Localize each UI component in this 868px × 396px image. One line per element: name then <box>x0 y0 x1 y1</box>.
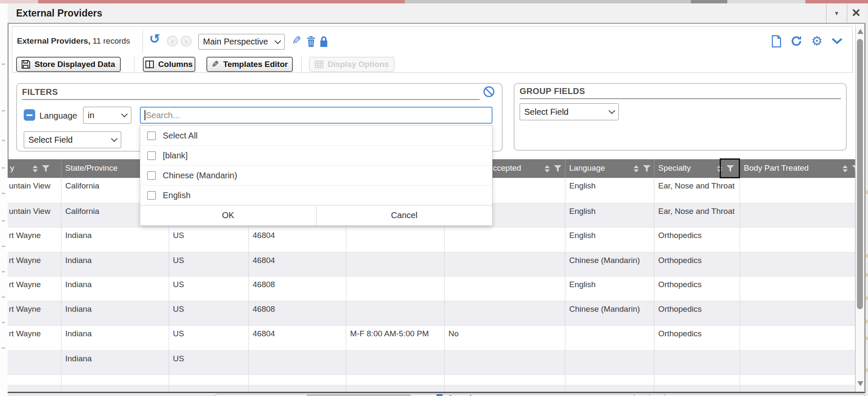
sort-icon[interactable] <box>634 165 639 172</box>
table-cell: English <box>565 203 654 227</box>
filters-title: FILTERS <box>22 87 58 97</box>
column-header[interactable]: Body Part Treated <box>740 159 855 178</box>
table-cell: Chinese (Mandarin) <box>565 252 654 277</box>
dropdown-option-label: Chinese (Mandarin) <box>163 171 237 180</box>
table-cell <box>346 375 445 385</box>
table-cell <box>8 375 61 385</box>
header-icons <box>843 159 855 178</box>
group-fields-title: GROUP FIELDS <box>520 86 585 96</box>
scroll-down-icon[interactable] <box>857 381 863 386</box>
group-field-select[interactable]: Select Field <box>520 103 619 120</box>
dropdown-option[interactable]: English <box>140 186 492 205</box>
language-filter-checkbox[interactable] <box>24 109 35 121</box>
store-displayed-data-button[interactable]: Store Displayed Data <box>16 57 121 72</box>
checkbox-icon[interactable] <box>147 151 156 160</box>
filter-operator-select[interactable]: in <box>83 107 131 124</box>
table-cell <box>654 375 740 385</box>
column-header-label: y <box>10 163 14 173</box>
perspective-select[interactable]: Main Perspective <box>198 34 285 50</box>
background-strip <box>38 0 405 3</box>
table-cell: Orthopedics <box>654 277 740 301</box>
toolbar-right-icons: ⚙ <box>771 35 843 47</box>
table-row[interactable]: rt WayneIndianaUS46808Chinese (Mandarin)… <box>8 301 855 326</box>
table-cell <box>565 326 654 351</box>
refresh-icon[interactable] <box>790 35 802 47</box>
chevron-down-icon[interactable] <box>832 38 843 44</box>
filter-funnel-icon[interactable] <box>851 165 855 172</box>
scroll-up-icon[interactable] <box>857 29 863 34</box>
table-cell: US <box>169 301 249 326</box>
background-text-fragment <box>2 296 5 298</box>
background-strip <box>691 0 727 3</box>
table-cell: 46808 <box>249 277 346 301</box>
button-separator <box>301 57 302 72</box>
column-header-label: Language <box>569 163 605 173</box>
edit-perspective-icon[interactable]: ✎ <box>292 34 301 47</box>
table-row[interactable]: rt WayneIndianaUS46808EnglishOrthopedics <box>8 277 855 301</box>
column-header[interactable]: Language <box>565 159 654 178</box>
background-text-fragment <box>2 220 5 222</box>
templates-editor-button[interactable]: ✎ Templates Editor <box>206 57 293 72</box>
table-row[interactable]: rt WayneIndianaUS46804EnglishOrthopedics <box>8 227 855 252</box>
scrollbar-thumb[interactable] <box>857 39 863 309</box>
dropdown-options: Select All[blank]Chinese (Mandarin)Engli… <box>140 126 492 205</box>
window-menu-button[interactable]: ▼ <box>826 3 847 23</box>
checkbox-icon[interactable] <box>147 191 156 200</box>
grid-icon <box>315 61 323 68</box>
gear-icon[interactable]: ⚙ <box>811 35 823 47</box>
table-cell <box>565 351 654 375</box>
table-cell: Indiana <box>61 326 169 351</box>
background-strip <box>405 0 691 3</box>
clear-filters-icon[interactable] <box>483 86 495 97</box>
checkbox-icon[interactable] <box>147 171 156 180</box>
footer-warning-icon[interactable]: △ <box>654 394 659 396</box>
table-cell: US <box>169 351 249 375</box>
header-icons <box>634 159 651 178</box>
dropdown-option[interactable]: Select All <box>140 126 492 146</box>
background-text-fragment <box>2 347 5 349</box>
table-row[interactable]: IndianaUS <box>8 351 855 375</box>
group-fields-rule <box>520 98 841 99</box>
new-document-icon[interactable] <box>771 35 782 47</box>
button-separator <box>134 57 134 72</box>
table-cell <box>445 301 565 326</box>
background-text-fragment <box>2 167 5 169</box>
background-strip <box>727 0 805 3</box>
table-row[interactable]: rt WayneIndianaUS46804Chinese (Mandarin)… <box>8 252 855 277</box>
dropdown-option[interactable]: [blank] <box>140 146 492 166</box>
table-cell: No <box>445 326 565 351</box>
column-header-label: State/Province <box>65 163 118 173</box>
table-cell: Indiana <box>61 277 169 301</box>
table-cell: Indiana <box>61 227 169 252</box>
footer-separator <box>634 394 634 396</box>
footer-filter-clear-icon[interactable]: ✕ <box>638 394 644 396</box>
sort-icon[interactable] <box>545 165 550 172</box>
sort-icon[interactable] <box>843 165 848 172</box>
table-cell: 46804 <box>249 227 346 252</box>
column-header[interactable]: y <box>8 159 61 178</box>
filter-funnel-icon[interactable] <box>42 165 50 172</box>
columns-button[interactable]: Columns <box>143 57 195 72</box>
table-cell <box>346 351 445 375</box>
delete-perspective-icon[interactable] <box>306 36 316 47</box>
filter-search-input[interactable]: Search... <box>140 107 492 124</box>
add-filter-field-value: Select Field <box>28 135 73 145</box>
add-filter-field-select[interactable]: Select Field <box>24 131 121 148</box>
table-row[interactable] <box>8 375 855 385</box>
ok-button[interactable]: OK <box>140 205 317 225</box>
sort-icon[interactable] <box>33 165 38 172</box>
undo-icon[interactable]: ↺ <box>149 32 160 45</box>
footer-checkbox-icon[interactable] <box>437 394 442 396</box>
dropdown-option[interactable]: Chinese (Mandarin) <box>140 166 492 186</box>
filter-funnel-icon[interactable] <box>643 165 651 172</box>
table-cell: Indiana <box>61 252 169 277</box>
lock-icon[interactable] <box>319 36 329 47</box>
cancel-button[interactable]: Cancel <box>317 205 492 225</box>
background-text-fragment <box>2 193 5 194</box>
checkbox-icon[interactable] <box>147 131 156 140</box>
table-cell <box>346 277 445 301</box>
nav-back-icon: ‹ <box>167 36 178 47</box>
close-button[interactable]: × <box>847 2 865 23</box>
table-row[interactable]: rt WayneIndianaUS46804M-F 8:00 AM-5:00 P… <box>8 326 855 351</box>
filter-funnel-icon[interactable] <box>554 165 562 172</box>
